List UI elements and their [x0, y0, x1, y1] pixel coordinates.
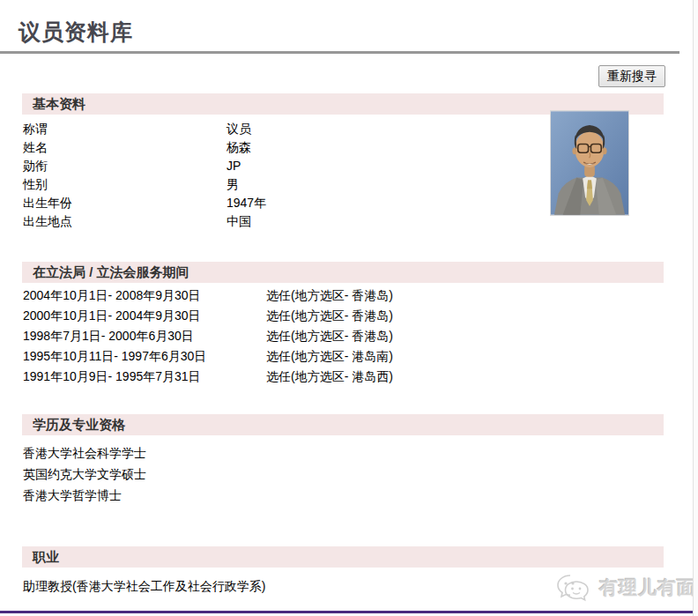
info-label: 出生年份: [22, 194, 226, 212]
service-method: 选任(地方选区- 港岛西): [266, 367, 664, 387]
service-method: 选任(地方选区- 香港岛): [266, 326, 664, 346]
section-service-period: 在立法局 / 立法会服务期间 2004年10月1日- 2008年9月30日 选任…: [22, 262, 664, 387]
service-rows: 2004年10月1日- 2008年9月30日 选任(地方选区- 香港岛) 200…: [22, 283, 664, 387]
title-divider: [0, 51, 679, 54]
qualification-item: 香港大学社会科学学士: [22, 442, 664, 464]
info-label: 称谓: [22, 120, 226, 138]
service-period: 1998年7月1日- 2000年6月30日: [22, 326, 266, 346]
section-qualifications: 学历及专业资格 香港大学社会科学学士 英国约克大学文学硕士 香港大学哲学博士: [22, 414, 664, 506]
service-row: 1991年10月9日- 1995年7月31日 选任(地方选区- 港岛西): [22, 367, 664, 387]
service-row: 1998年7月1日- 2000年6月30日 选任(地方选区- 香港岛): [22, 326, 664, 346]
service-row: 2000年10月1日- 2004年9月30日 选任(地方选区- 香港岛): [22, 306, 664, 326]
info-label: 姓名: [22, 138, 226, 157]
bottom-accent-line: [0, 611, 698, 613]
watermark: 有理儿有面: [555, 573, 696, 603]
member-profile-page: 议员资料库 重新搜寻 基本资料 称谓 议员 姓名 杨森 勋衔 JP 性别 男 出…: [0, 0, 698, 616]
service-period: 2000年10月1日- 2004年9月30日: [22, 306, 266, 326]
service-period: 1991年10月9日- 1995年7月31日: [22, 367, 266, 387]
info-label: 性别: [22, 175, 226, 194]
occupation-header: 职业: [22, 546, 664, 568]
qualifications-header: 学历及专业资格: [22, 414, 664, 435]
watermark-text: 有理儿有面: [599, 575, 696, 600]
service-period-header: 在立法局 / 立法会服务期间: [22, 262, 664, 283]
qualification-item: 香港大学哲学博士: [22, 485, 664, 506]
qualification-rows: 香港大学社会科学学士 英国约克大学文学硕士 香港大学哲学博士: [22, 435, 664, 506]
service-method: 选任(地方选区- 港岛南): [266, 346, 664, 367]
service-method: 选任(地方选区- 香港岛): [266, 286, 664, 306]
info-label: 勋衔: [22, 157, 226, 175]
page-right-edge: [693, 0, 698, 616]
service-row: 2004年10月1日- 2008年9月30日 选任(地方选区- 香港岛): [22, 286, 664, 306]
info-label: 出生地点: [22, 212, 226, 231]
search-again-button[interactable]: 重新搜寻: [598, 65, 665, 87]
member-photo: [550, 110, 629, 216]
page-title: 议员资料库: [19, 18, 698, 47]
service-row: 1995年10月11日- 1997年6月30日 选任(地方选区- 港岛南): [22, 346, 664, 367]
qualification-item: 英国约克大学文学硕士: [22, 464, 664, 485]
service-period: 1995年10月11日- 1997年6月30日: [22, 346, 266, 367]
service-period: 2004年10月1日- 2008年9月30日: [22, 286, 266, 306]
wechat-bubbles-icon: [555, 573, 594, 603]
service-method: 选任(地方选区- 香港岛): [266, 306, 664, 326]
